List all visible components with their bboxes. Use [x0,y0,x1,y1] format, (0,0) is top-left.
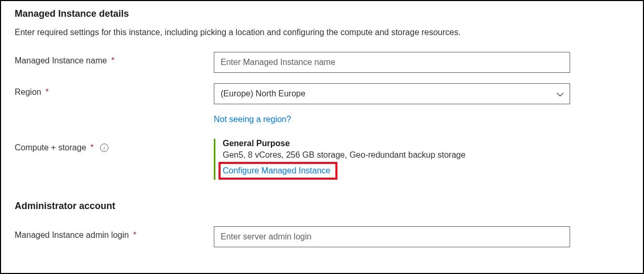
info-icon[interactable]: i [100,144,108,152]
control-admin-login [214,226,570,247]
region-select[interactable]: (Europe) North Europe [214,83,570,104]
row-admin-login: Managed Instance admin login * [15,226,629,247]
required-indicator: * [111,56,114,65]
admin-login-input[interactable] [214,226,570,247]
compute-summary-box: General Purpose Gen5, 8 vCores, 256 GB s… [214,139,570,180]
required-indicator: * [91,143,94,152]
label-compute-storage: Compute + storage * i [15,139,214,152]
required-indicator: * [46,87,49,97]
row-region-help: Not seeing a region? [214,115,629,124]
label-region-text: Region [15,87,41,97]
section-title-details: Managed Instance details [15,8,629,19]
compute-details: Gen5, 8 vCores, 256 GB storage, Geo-redu… [223,150,570,160]
control-compute-storage: General Purpose Gen5, 8 vCores, 256 GB s… [214,139,570,180]
label-admin-login: Managed Instance admin login * [15,226,214,240]
region-selected-value: (Europe) North Europe [221,89,305,98]
region-help-link[interactable]: Not seeing a region? [214,115,291,124]
compute-tier: General Purpose [223,139,570,148]
control-instance-name [214,52,570,73]
instance-name-input[interactable] [214,52,570,73]
configure-link-highlight: Configure Managed Instance [219,162,337,180]
control-region: (Europe) North Europe [214,83,570,104]
label-instance-name: Managed Instance name * [15,52,214,65]
section-title-admin: Administrator account [15,201,629,212]
row-compute-storage: Compute + storage * i General Purpose Ge… [15,139,629,180]
label-instance-name-text: Managed Instance name [15,56,107,65]
row-instance-name: Managed Instance name * [15,52,629,73]
label-compute-storage-text: Compute + storage [15,143,86,152]
row-region: Region * (Europe) North Europe [15,83,629,104]
managed-instance-panel: Managed Instance details Enter required … [0,0,644,274]
label-region: Region * [15,83,214,97]
required-indicator: * [133,231,136,240]
region-select-wrapper: (Europe) North Europe [214,83,570,104]
section-description: Enter required settings for this instanc… [15,28,629,37]
configure-managed-instance-link[interactable]: Configure Managed Instance [223,166,330,175]
label-admin-login-text: Managed Instance admin login [15,231,129,240]
